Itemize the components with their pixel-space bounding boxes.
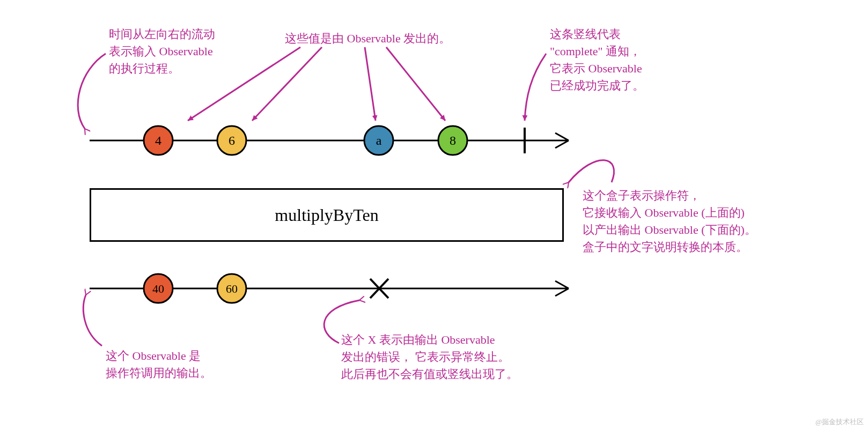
arrow-operator-box — [569, 160, 614, 182]
marble-output-0: 40 — [144, 274, 173, 303]
svg-text:8: 8 — [450, 134, 456, 147]
marble-output-1: 60 — [217, 274, 246, 303]
svg-text:a: a — [376, 134, 382, 147]
arrow-output — [83, 295, 102, 346]
svg-text:40: 40 — [152, 282, 164, 295]
arrow-emitted-2 — [252, 47, 322, 121]
arrow-time-flow — [78, 54, 106, 129]
svg-text:6: 6 — [229, 134, 235, 147]
arrow-error — [324, 300, 359, 343]
marble-input-1: 6 — [217, 126, 246, 155]
marble-input-2: a — [364, 126, 393, 155]
arrow-emitted-4 — [386, 47, 445, 121]
diagram-canvas: 时间从左向右的流动 表示输入 Observable 的执行过程。 这些值是由 O… — [0, 0, 868, 430]
output-timeline: 40 60 — [90, 274, 569, 303]
input-timeline: 4 6 a 8 — [90, 126, 569, 155]
arrow-emitted-1 — [188, 47, 300, 121]
marble-input-3: 8 — [438, 126, 467, 155]
arrow-complete — [525, 54, 546, 121]
svg-text:4: 4 — [155, 134, 161, 147]
svg-text:60: 60 — [226, 282, 238, 295]
arrow-emitted-3 — [365, 47, 376, 121]
svg-layer: 4 6 a 8 — [0, 0, 868, 430]
marble-input-0: 4 — [144, 126, 173, 155]
